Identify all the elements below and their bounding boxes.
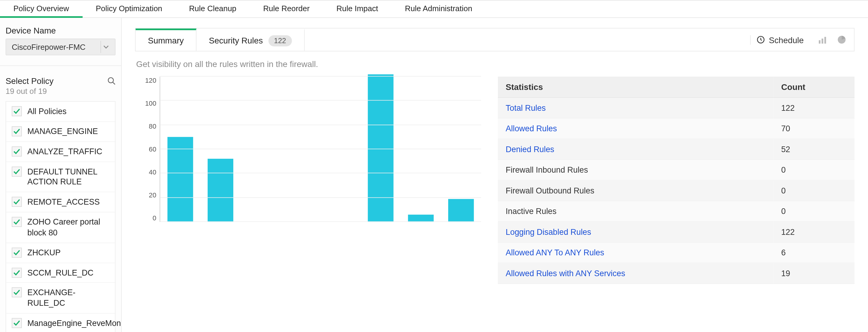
policy-item[interactable]: ZHCKUP (6, 243, 115, 263)
stat-label[interactable]: Denied Rules (498, 139, 773, 160)
grid-line (160, 197, 481, 198)
policy-item-label: ZOHO Career portal block 80 (27, 217, 110, 238)
policy-item-label: ZHCKUP (27, 248, 61, 258)
top-tab-rule-cleanup[interactable]: Rule Cleanup (176, 0, 250, 18)
policy-item[interactable]: EXCHANGE-RULE_DC (6, 283, 115, 313)
checkmark-icon (12, 288, 22, 298)
stat-count: 52 (773, 139, 855, 160)
device-select-value: CiscoFirepower-FMC (12, 43, 86, 52)
top-tab-rule-administration[interactable]: Rule Administration (392, 0, 486, 18)
policy-item[interactable]: DEFAULT TUNNEL ACTION RULE (6, 162, 115, 192)
checkmark-icon (12, 146, 22, 156)
stat-label[interactable]: Allowed Rules (498, 118, 773, 139)
x-tick-label: Logging Disabled Rules (570, 320, 689, 332)
search-icon[interactable] (107, 77, 116, 85)
stat-count: 122 (773, 222, 855, 242)
policy-item[interactable]: All Policies (6, 102, 115, 122)
policy-item[interactable]: ANALYZE_TRAFFIC (6, 142, 115, 162)
y-tick-label: 60 (149, 145, 156, 153)
stat-label: Inactive Rules (498, 201, 773, 222)
table-row: Firewall Outbound Rules0 (498, 180, 855, 201)
device-select[interactable]: CiscoFirepower-FMC (6, 39, 116, 56)
panel-tab-label: Summary (148, 36, 184, 45)
bar[interactable] (167, 137, 193, 222)
main-panel: SummarySecurity Rules122 Schedule (122, 18, 868, 332)
svg-rect-4 (822, 39, 824, 44)
bar[interactable] (448, 199, 474, 222)
x-tick-label: Firewall Outbound Rules (360, 320, 478, 332)
checkmark-icon (12, 197, 22, 207)
checkmark-icon (12, 248, 22, 257)
table-row: Allowed Rules with ANY Services19 (498, 263, 855, 284)
statistics-table: Statistics Count Total Rules122Allowed R… (498, 77, 855, 284)
policy-list: All PoliciesMANAGE_ENGINEANALYZE_TRAFFIC… (6, 101, 116, 332)
y-tick-label: 80 (149, 122, 156, 130)
panel-header: SummarySecurity Rules122 Schedule (135, 28, 855, 52)
bar[interactable] (408, 215, 434, 222)
stats-col-header: Statistics (498, 77, 773, 98)
schedule-button[interactable]: Schedule (750, 35, 809, 44)
policy-item[interactable]: SCCM_RULE_DC (6, 263, 115, 283)
stat-label[interactable]: Allowed ANY To ANY Rules (498, 242, 773, 263)
x-tick-label: Allowed ANY To ANY Rules (676, 320, 795, 332)
grid-line (160, 124, 481, 125)
device-name-label: Device Name (6, 26, 116, 35)
chevron-down-icon (100, 41, 110, 53)
top-tab-policy-overview[interactable]: Policy Overview (0, 0, 82, 18)
hint-text: Get visibility on all the rules written … (136, 59, 855, 68)
svg-line-1 (113, 82, 115, 84)
panel-tabs: SummarySecurity Rules122 (135, 28, 304, 51)
policy-item[interactable]: ZOHO Career portal block 80 (6, 213, 115, 243)
policy-item[interactable]: REMOTE_ACCESS (6, 192, 115, 212)
policy-item[interactable]: ManageEngine_ReveMon (6, 313, 115, 332)
select-policy-label: Select Policy (6, 76, 54, 85)
chart-y-axis: 120100806040200 (135, 77, 159, 222)
stat-label[interactable]: Total Rules (498, 98, 773, 118)
stat-label: Firewall Outbound Rules (498, 180, 773, 201)
checkmark-icon (12, 106, 22, 116)
policy-item-label: REMOTE_ACCESS (27, 197, 100, 208)
x-tick-label: Inactive Rules (465, 320, 584, 332)
clock-icon (756, 35, 766, 44)
y-tick-label: 40 (149, 168, 156, 176)
grid-line (160, 76, 481, 77)
checkmark-icon (12, 318, 22, 328)
rules-count-badge: 122 (269, 35, 292, 46)
bar-chart-icon[interactable] (818, 35, 828, 44)
svg-point-6 (838, 36, 846, 44)
bar[interactable] (208, 159, 233, 222)
stat-label[interactable]: Logging Disabled Rules (498, 222, 773, 242)
top-tab-rule-impact[interactable]: Rule Impact (323, 0, 392, 18)
grid-line (160, 221, 481, 222)
policy-item-label: DEFAULT TUNNEL ACTION RULE (27, 166, 110, 188)
x-tick-label: Firewall Inbound Rules (254, 320, 373, 332)
count-col-header: Count (773, 77, 855, 98)
policy-count: 19 out of 19 (6, 87, 116, 96)
sidebar: Device Name CiscoFirepower-FMC Select Po… (0, 18, 122, 332)
panel-tab-summary[interactable]: Summary (135, 28, 196, 51)
grid-line (160, 149, 481, 149)
stat-count: 0 (773, 201, 855, 222)
top-tab-policy-optimization[interactable]: Policy Optimization (82, 0, 176, 18)
stat-count: 122 (773, 98, 855, 118)
svg-rect-5 (824, 37, 826, 44)
policy-item-label: ANALYZE_TRAFFIC (27, 146, 102, 157)
policy-item[interactable]: MANAGE_ENGINE (6, 122, 115, 142)
policy-item-label: EXCHANGE-RULE_DC (27, 288, 110, 309)
divider (0, 65, 121, 66)
top-tab-rule-reorder[interactable]: Rule Reorder (250, 0, 323, 18)
panel-tab-security-rules[interactable]: Security Rules122 (196, 28, 304, 51)
stat-count: 0 (773, 180, 855, 201)
svg-point-0 (108, 78, 113, 83)
stat-count: 0 (773, 160, 855, 181)
x-tick-label: Allowed Rule… (781, 320, 868, 332)
grid-line (160, 173, 481, 173)
table-row: Total Rules122 (498, 98, 855, 118)
panel-tab-label: Security Rules (209, 36, 263, 45)
y-tick-label: 120 (145, 77, 156, 84)
table-row: Inactive Rules0 (498, 201, 855, 222)
pie-chart-icon[interactable] (837, 35, 846, 44)
stat-label[interactable]: Allowed Rules with ANY Services (498, 263, 773, 284)
bar[interactable] (368, 74, 394, 222)
stat-count: 70 (773, 118, 855, 139)
